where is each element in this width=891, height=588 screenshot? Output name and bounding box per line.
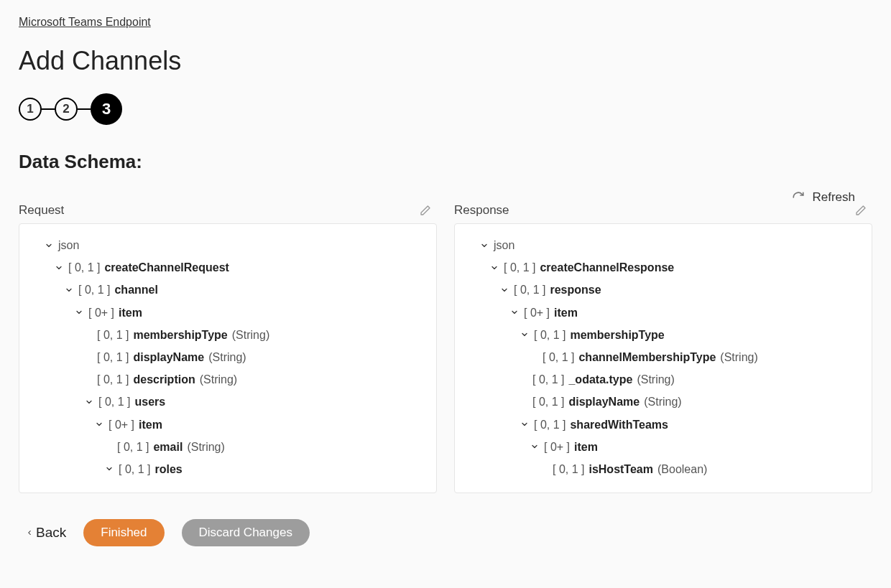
tree-node-name: item: [574, 436, 598, 458]
tree-node[interactable]: [ 0, 1 ] description (String): [29, 368, 426, 391]
tree-node-cardinality: [ 0, 1 ]: [117, 436, 149, 458]
tree-node-root[interactable]: json: [465, 234, 862, 256]
edit-request-icon[interactable]: [420, 205, 431, 216]
tree-node-name: createChannelRequest: [104, 256, 228, 279]
tree-node-cardinality: [ 0, 1 ]: [119, 458, 150, 480]
tree-node-type: (String): [644, 391, 681, 413]
step-3[interactable]: 3: [91, 93, 122, 125]
tree-node-type: (Boolean): [657, 458, 707, 480]
tree-node-type: (String): [232, 324, 269, 346]
chevron-down-icon[interactable]: [479, 241, 489, 250]
edit-response-icon[interactable]: [855, 205, 867, 216]
tree-node-name: createChannelResponse: [540, 256, 674, 279]
tree-node-type: (String): [187, 436, 224, 458]
tree-node-name: description: [133, 368, 195, 391]
tree-node-cardinality: [ 0, 1 ]: [543, 346, 574, 368]
tree-node-cardinality: [ 0, 1 ]: [78, 279, 110, 301]
tree-node-cardinality: [ 0+ ]: [88, 302, 114, 324]
tree-node-type: (String): [208, 346, 246, 368]
tree-node[interactable]: [ 0, 1 ] _odata.type (String): [465, 368, 862, 391]
tree-node-cardinality: [ 0, 1 ]: [532, 368, 564, 391]
tree-node-name: response: [550, 279, 601, 301]
tree-node-name: email: [153, 436, 183, 458]
tree-node-name: isHostTeam: [588, 458, 653, 480]
tree-node-cardinality: [ 0, 1 ]: [534, 414, 565, 436]
step-2[interactable]: 2: [55, 98, 78, 121]
chevron-down-icon[interactable]: [104, 465, 114, 473]
response-schema-panel: json[ 0, 1 ] createChannelResponse[ 0, 1…: [454, 223, 872, 493]
tree-node-cardinality: [ 0+ ]: [109, 414, 134, 436]
tree-node-cardinality: [ 0, 1 ]: [97, 346, 129, 368]
tree-node-type: (String): [720, 346, 757, 368]
tree-node-name: roles: [154, 458, 182, 480]
chevron-down-icon[interactable]: [499, 286, 509, 294]
response-panel-title: Response: [454, 203, 509, 218]
chevron-down-icon[interactable]: [44, 241, 54, 250]
chevron-down-icon[interactable]: [54, 263, 64, 272]
tree-node-cardinality: [ 0, 1 ]: [98, 391, 130, 413]
step-separator: [78, 108, 91, 110]
tree-node-name: _odata.type: [568, 368, 632, 391]
step-separator: [42, 108, 55, 110]
tree-node[interactable]: [ 0, 1 ] channelMembershipType (String): [465, 346, 862, 368]
chevron-down-icon[interactable]: [74, 308, 84, 317]
tree-node[interactable]: [ 0, 1 ] users: [29, 391, 426, 413]
tree-node-name: membershipType: [133, 324, 227, 346]
tree-node[interactable]: [ 0, 1 ] email (String): [29, 436, 426, 458]
finished-button[interactable]: Finished: [83, 519, 164, 546]
tree-node[interactable]: [ 0, 1 ] membershipType (String): [29, 324, 426, 346]
chevron-down-icon[interactable]: [509, 308, 520, 317]
tree-node-cardinality: [ 0, 1 ]: [68, 256, 100, 279]
chevron-down-icon[interactable]: [520, 420, 530, 429]
tree-node[interactable]: [ 0, 1 ] isHostTeam (Boolean): [465, 458, 862, 480]
request-schema-panel: json[ 0, 1 ] createChannelRequest[ 0, 1 …: [19, 223, 437, 493]
tree-node[interactable]: [ 0, 1 ] membershipType: [465, 324, 862, 346]
tree-node[interactable]: [ 0+ ] item: [29, 414, 426, 436]
chevron-down-icon[interactable]: [94, 420, 104, 429]
tree-node-cardinality: [ 0+ ]: [544, 436, 570, 458]
tree-node-name: displayName: [568, 391, 640, 413]
tree-node[interactable]: [ 0+ ] item: [465, 302, 862, 324]
tree-root-label: json: [58, 234, 79, 256]
tree-node-cardinality: [ 0, 1 ]: [514, 279, 545, 301]
tree-node-cardinality: [ 0, 1 ]: [534, 324, 565, 346]
tree-node-name: sharedWithTeams: [570, 414, 668, 436]
step-1[interactable]: 1: [19, 98, 42, 121]
tree-node-cardinality: [ 0, 1 ]: [97, 368, 129, 391]
tree-node[interactable]: [ 0, 1 ] sharedWithTeams: [465, 414, 862, 436]
tree-node[interactable]: [ 0, 1 ] channel: [29, 279, 426, 301]
tree-node-type: (String): [637, 368, 674, 391]
discard-changes-button[interactable]: Discard Changes: [182, 519, 310, 546]
tree-node[interactable]: [ 0, 1 ] createChannelRequest: [29, 256, 426, 279]
tree-node-name: users: [134, 391, 165, 413]
tree-node[interactable]: [ 0, 1 ] roles: [29, 458, 426, 480]
chevron-down-icon[interactable]: [84, 398, 94, 406]
tree-node-name: membershipType: [570, 324, 664, 346]
tree-node[interactable]: [ 0, 1 ] response: [465, 279, 862, 301]
tree-node[interactable]: [ 0, 1 ] displayName (String): [29, 346, 426, 368]
chevron-down-icon[interactable]: [489, 263, 499, 272]
tree-node-name: displayName: [133, 346, 204, 368]
chevron-down-icon[interactable]: [530, 442, 540, 451]
chevron-down-icon[interactable]: [64, 286, 74, 294]
back-link[interactable]: Back: [26, 525, 66, 541]
tree-node-cardinality: [ 0, 1 ]: [97, 324, 129, 346]
tree-node-cardinality: [ 0, 1 ]: [532, 391, 564, 413]
tree-node-name: channel: [114, 279, 157, 301]
tree-node-cardinality: [ 0, 1 ]: [553, 458, 584, 480]
tree-node-root[interactable]: json: [29, 234, 426, 256]
tree-node[interactable]: [ 0+ ] item: [29, 302, 426, 324]
tree-node[interactable]: [ 0+ ] item: [465, 436, 862, 458]
tree-node-cardinality: [ 0+ ]: [524, 302, 550, 324]
chevron-left-icon: [26, 528, 33, 538]
step-indicator: 1 2 3: [19, 93, 872, 125]
tree-node-name: item: [554, 302, 578, 324]
chevron-down-icon[interactable]: [520, 330, 530, 339]
breadcrumb-link[interactable]: Microsoft Teams Endpoint: [19, 16, 151, 29]
tree-node[interactable]: [ 0, 1 ] displayName (String): [465, 391, 862, 413]
section-title: Data Schema:: [19, 151, 872, 173]
tree-node[interactable]: [ 0, 1 ] createChannelResponse: [465, 256, 862, 279]
request-panel-title: Request: [19, 203, 64, 218]
tree-node-name: channelMembershipType: [578, 346, 716, 368]
page-title: Add Channels: [19, 46, 872, 76]
